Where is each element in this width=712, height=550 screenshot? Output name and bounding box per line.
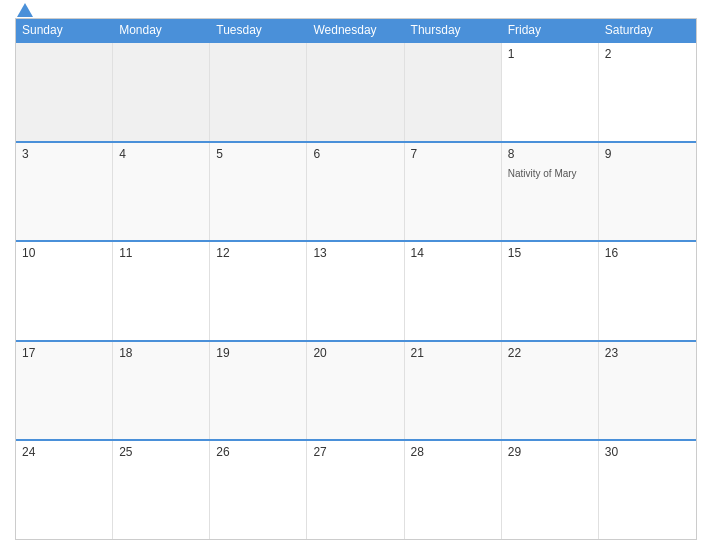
day-cell-3: 3 [16, 143, 113, 241]
day-number: 17 [22, 346, 106, 360]
day-cell-20: 20 [307, 342, 404, 440]
day-number: 11 [119, 246, 203, 260]
day-cell-19: 19 [210, 342, 307, 440]
day-header-thursday: Thursday [405, 19, 502, 41]
day-number: 18 [119, 346, 203, 360]
day-header-tuesday: Tuesday [210, 19, 307, 41]
day-header-monday: Monday [113, 19, 210, 41]
calendar-page: SundayMondayTuesdayWednesdayThursdayFrid… [0, 0, 712, 550]
day-header-sunday: Sunday [16, 19, 113, 41]
day-number: 13 [313, 246, 397, 260]
day-cell-11: 11 [113, 242, 210, 340]
day-cell-7: 7 [405, 143, 502, 241]
week-row-4: 17181920212223 [16, 340, 696, 440]
calendar-grid: SundayMondayTuesdayWednesdayThursdayFrid… [15, 18, 697, 540]
day-number: 27 [313, 445, 397, 459]
week-row-2: 345678Nativity of Mary9 [16, 141, 696, 241]
day-cell-23: 23 [599, 342, 696, 440]
day-number: 14 [411, 246, 495, 260]
day-cell-18: 18 [113, 342, 210, 440]
day-cell-15: 15 [502, 242, 599, 340]
day-number: 15 [508, 246, 592, 260]
day-cell-8: 8Nativity of Mary [502, 143, 599, 241]
day-cell-26: 26 [210, 441, 307, 539]
day-cell-17: 17 [16, 342, 113, 440]
day-number: 2 [605, 47, 690, 61]
day-number: 25 [119, 445, 203, 459]
day-cell-1: 1 [502, 43, 599, 141]
logo [15, 3, 35, 17]
day-cell-29: 29 [502, 441, 599, 539]
logo-blue-text [15, 3, 35, 17]
day-number: 22 [508, 346, 592, 360]
weeks-container: 12345678Nativity of Mary9101112131415161… [16, 41, 696, 539]
day-cell-22: 22 [502, 342, 599, 440]
day-cell-25: 25 [113, 441, 210, 539]
week-row-1: 12 [16, 41, 696, 141]
day-cell-9: 9 [599, 143, 696, 241]
day-number: 29 [508, 445, 592, 459]
day-number: 1 [508, 47, 592, 61]
day-cell-24: 24 [16, 441, 113, 539]
day-headers-row: SundayMondayTuesdayWednesdayThursdayFrid… [16, 19, 696, 41]
day-cell-16: 16 [599, 242, 696, 340]
day-cell-21: 21 [405, 342, 502, 440]
day-header-wednesday: Wednesday [307, 19, 404, 41]
day-cell-5: 5 [210, 143, 307, 241]
day-cell-12: 12 [210, 242, 307, 340]
empty-day-cell [210, 43, 307, 141]
day-cell-6: 6 [307, 143, 404, 241]
day-number: 12 [216, 246, 300, 260]
day-number: 20 [313, 346, 397, 360]
empty-day-cell [405, 43, 502, 141]
day-cell-13: 13 [307, 242, 404, 340]
day-number: 21 [411, 346, 495, 360]
day-number: 26 [216, 445, 300, 459]
logo-triangle-icon [17, 3, 33, 17]
day-number: 5 [216, 147, 300, 161]
day-number: 6 [313, 147, 397, 161]
day-cell-4: 4 [113, 143, 210, 241]
empty-day-cell [16, 43, 113, 141]
day-cell-27: 27 [307, 441, 404, 539]
day-cell-28: 28 [405, 441, 502, 539]
week-row-5: 24252627282930 [16, 439, 696, 539]
day-number: 10 [22, 246, 106, 260]
day-number: 23 [605, 346, 690, 360]
day-number: 7 [411, 147, 495, 161]
day-number: 3 [22, 147, 106, 161]
day-number: 28 [411, 445, 495, 459]
day-cell-30: 30 [599, 441, 696, 539]
day-number: 30 [605, 445, 690, 459]
day-number: 16 [605, 246, 690, 260]
day-number: 19 [216, 346, 300, 360]
day-cell-10: 10 [16, 242, 113, 340]
day-cell-14: 14 [405, 242, 502, 340]
day-number: 4 [119, 147, 203, 161]
day-header-saturday: Saturday [599, 19, 696, 41]
day-cell-2: 2 [599, 43, 696, 141]
day-number: 24 [22, 445, 106, 459]
empty-day-cell [307, 43, 404, 141]
day-number: 9 [605, 147, 690, 161]
day-header-friday: Friday [502, 19, 599, 41]
empty-day-cell [113, 43, 210, 141]
holiday-label: Nativity of Mary [508, 168, 577, 179]
day-number: 8 [508, 147, 592, 161]
week-row-3: 10111213141516 [16, 240, 696, 340]
